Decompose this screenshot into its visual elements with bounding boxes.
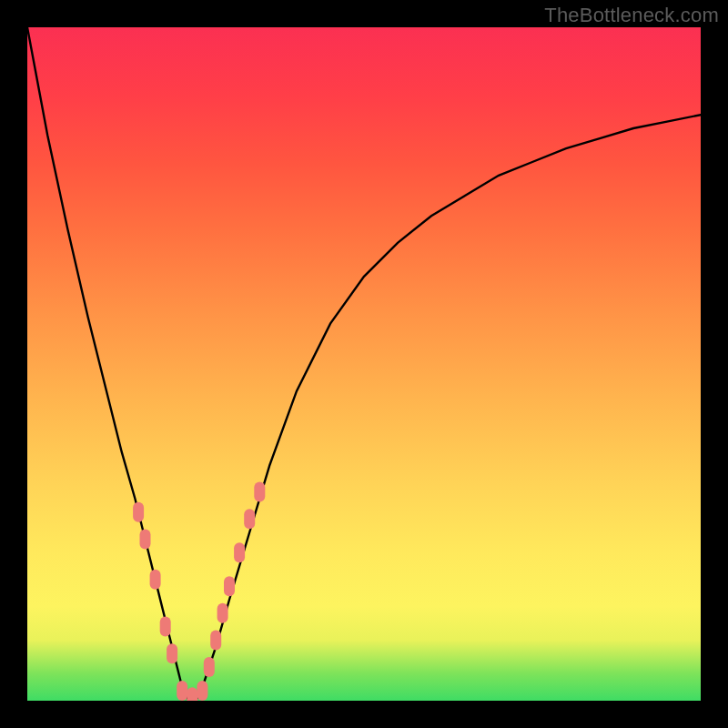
gpu-marker	[224, 576, 235, 596]
gpu-marker	[244, 509, 255, 529]
gpu-marker	[254, 482, 265, 502]
gpu-marker	[210, 630, 221, 650]
plot-area	[27, 27, 701, 701]
gpu-marker	[167, 643, 177, 663]
watermark-text: TheBottleneck.com	[544, 4, 719, 27]
gpu-marker	[234, 542, 245, 562]
gpu-marker	[140, 529, 151, 549]
gpu-marker	[197, 681, 207, 701]
gpu-marker	[133, 502, 144, 522]
gpu-marker	[204, 657, 215, 677]
bottleneck-curve-svg	[27, 27, 701, 701]
gpu-marker	[187, 687, 197, 701]
gpu-marker	[217, 603, 228, 623]
bottleneck-curve-path	[27, 27, 701, 701]
chart-frame: TheBottleneck.com	[0, 0, 728, 728]
gpu-marker	[160, 617, 171, 637]
gpu-marker	[150, 570, 161, 590]
gpu-marker	[177, 681, 187, 701]
gpu-marker-group	[133, 482, 265, 701]
